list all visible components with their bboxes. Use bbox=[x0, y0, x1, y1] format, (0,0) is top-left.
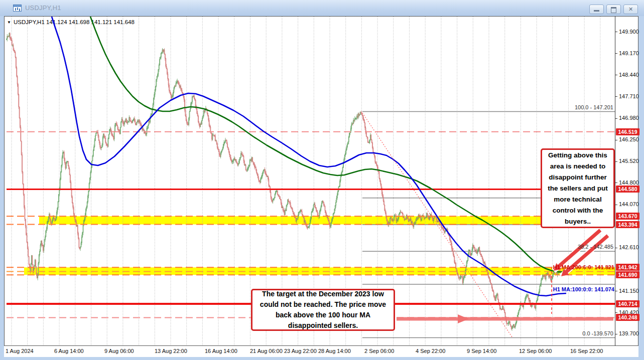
price-tick-label: 141.150 bbox=[619, 288, 639, 294]
price-level-tag: 146.519 bbox=[616, 128, 639, 135]
price-level-tag: 141.942 bbox=[616, 264, 639, 271]
price-tick-label: 149.170 bbox=[619, 50, 639, 56]
price-tick-label: 146.250 bbox=[619, 136, 639, 142]
horizontal-arrow-body bbox=[397, 317, 613, 321]
price-tick-label: 148.440 bbox=[619, 72, 639, 78]
price-tick-label: 144.070 bbox=[619, 201, 639, 207]
price-level-tag: 140.248 bbox=[616, 314, 639, 321]
price-tick-label: 144.800 bbox=[619, 179, 639, 186]
price-tick-mark bbox=[615, 53, 617, 54]
price-tick-mark bbox=[615, 96, 617, 97]
price-tick-label: 139.700 bbox=[619, 330, 639, 336]
annotation-box-buyers[interactable]: Getting above this area is needed to dis… bbox=[541, 148, 615, 228]
ma-100-line bbox=[52, 17, 566, 296]
fib-level-label: 0.0 -139.570 bbox=[582, 330, 613, 336]
price-level-tag: 144.580 bbox=[616, 186, 639, 193]
price-level-tag: 143.394 bbox=[616, 221, 639, 228]
price-tick-mark bbox=[615, 32, 617, 32]
price-tick-label: 145.520 bbox=[619, 158, 639, 164]
price-tick-label: 142.610 bbox=[619, 244, 639, 250]
price-tick-mark bbox=[615, 183, 617, 183]
price-level-tag: 140.714 bbox=[616, 300, 639, 307]
horizontal-arrow-head bbox=[458, 314, 469, 323]
price-tick-mark bbox=[615, 161, 617, 162]
ma-200-line bbox=[90, 17, 566, 272]
price-tick-mark bbox=[615, 334, 617, 334]
fib-level-label: 38.2 - 142.485 bbox=[578, 244, 613, 250]
price-tick-mark bbox=[615, 140, 617, 140]
dropdown-icon: ▼ bbox=[7, 20, 11, 25]
fib-level-label: 100.0 - 147.201 bbox=[575, 104, 613, 110]
up-candle-wicks bbox=[7, 33, 565, 331]
annotation-text: The target at the December 2023 low coul… bbox=[255, 289, 391, 331]
annotation-text: Getting above this area is needed to dis… bbox=[545, 150, 610, 227]
price-tick-label: 149.900 bbox=[619, 29, 639, 35]
chart-window: USDJPY,H1 ✕ 1 Aug 20246 Aug 14:009 Aug 0… bbox=[0, 0, 644, 360]
quote-ohlc-text: USDJPY,H1 141.124 141.698 141.121 141.64… bbox=[14, 19, 135, 25]
price-tick-mark bbox=[615, 205, 617, 205]
price-tick-label: 147.710 bbox=[619, 93, 639, 99]
price-tick-mark bbox=[615, 291, 617, 291]
price-level-tag: 143.670 bbox=[616, 213, 639, 220]
price-tick-label: 146.980 bbox=[619, 115, 639, 121]
ma-value-label: H1 MA:200:6:0: 141.821 bbox=[553, 264, 614, 270]
price-level-tag: 141.690 bbox=[616, 271, 639, 278]
price-tick-mark bbox=[615, 248, 617, 248]
annotation-box-december-low[interactable]: The target at the December 2023 low coul… bbox=[251, 289, 395, 331]
price-tick-mark bbox=[615, 118, 617, 119]
price-tick-mark bbox=[615, 75, 617, 75]
ma-value-label: H1 MA:100:0:0: 141.074 bbox=[553, 286, 614, 292]
price-tick-mark bbox=[615, 312, 617, 313]
